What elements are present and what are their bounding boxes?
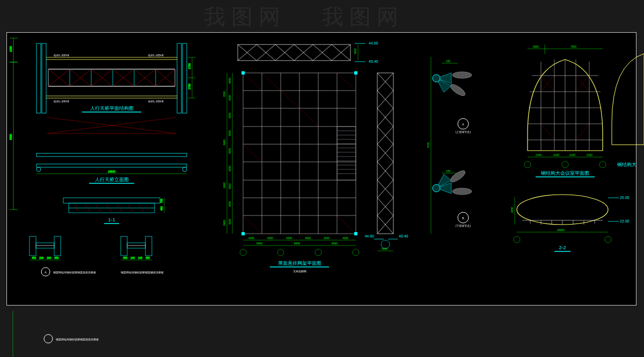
svg-rect-124: [354, 71, 357, 75]
dim-label: 150: [446, 59, 451, 63]
elev-label: 26.00: [620, 196, 630, 199]
dim-label: 8400: [228, 78, 231, 84]
dim-label: 4200: [228, 113, 231, 118]
bridge-section: 750 450 1-1: [63, 198, 164, 224]
dim-label: 6580: [9, 134, 12, 140]
drawing-title: 2-2: [559, 245, 566, 250]
drawing-title: 钢结构大会议室平面图: [540, 170, 589, 176]
dim-label: 2750: [188, 84, 191, 90]
dim-label: 8400: [332, 242, 338, 245]
svg-point-208: [44, 334, 53, 343]
watermark: 我 图 网 我 图 网: [0, 0, 644, 32]
svg-point-132: [353, 249, 359, 256]
svg-rect-8: [177, 43, 181, 113]
dim-label: 450: [32, 256, 36, 259]
dim-label: 8400: [223, 139, 226, 145]
svg-rect-14: [48, 69, 175, 86]
dim-label: 2100: [553, 153, 559, 157]
drawing-title: 人行天桥平面结构图: [90, 106, 134, 111]
dim-label: 4200: [305, 236, 311, 240]
dim-label: 24600: [557, 228, 565, 232]
dim-label: 4200: [228, 219, 231, 225]
member-label: 柱杆L-100×8: [148, 54, 164, 57]
cad-model-space[interactable]: 1000 6580: [7, 33, 636, 305]
drawing-title: 屋面悬挂网架平面图: [278, 261, 321, 266]
conference-plan: 5900 7500 2100 2100 2100 2100 钢结构大会议室平面: [524, 44, 606, 177]
cad-viewport[interactable]: 1000 6580: [6, 32, 636, 306]
svg-line-106: [299, 108, 318, 127]
conference-section: 26.00 22.00 4250 24600 2-2: [510, 195, 630, 251]
svg-line-103: [243, 73, 262, 91]
svg-point-189: [599, 161, 606, 168]
bridge-elevation: 18600 人行天桥立面图: [36, 153, 187, 183]
dim-label: 7500: [570, 45, 576, 48]
dim-label: 2100: [587, 153, 592, 157]
svg-point-165: [449, 169, 466, 184]
dim-label: 1000: [9, 46, 12, 52]
svg-text:我 图 网: 我 图 网: [204, 5, 280, 28]
svg-point-42: [182, 167, 187, 172]
svg-point-131: [315, 249, 321, 256]
dim-label: 450: [160, 206, 163, 211]
svg-rect-63: [121, 236, 127, 256]
elev-label: 40.40: [369, 59, 378, 63]
detail-code: B: [462, 217, 464, 220]
svg-point-129: [240, 249, 246, 256]
svg-point-161: [449, 83, 466, 98]
elev-label: 40.40: [399, 234, 408, 238]
drawing-title: 1-1: [108, 217, 115, 222]
svg-rect-123: [241, 71, 245, 75]
dim-label: 4250: [510, 207, 514, 213]
dim-label: 2050: [223, 91, 226, 97]
roof-top-truss-elevation: 44.60 40.40 4200: [238, 41, 378, 63]
svg-point-204: [514, 236, 520, 243]
dim-label: 8400: [223, 182, 226, 188]
detail-code: A: [462, 123, 464, 126]
svg-point-191: [517, 195, 608, 225]
svg-line-107: [243, 215, 262, 234]
roof-side-truss: 44.60 40.40 4200: [364, 73, 408, 251]
dim-label: 100: [138, 256, 143, 259]
dim-label: 4200: [228, 201, 231, 207]
svg-rect-111: [337, 127, 356, 180]
svg-point-164: [433, 184, 440, 192]
svg-point-159: [433, 75, 440, 82]
dim-label: 450: [145, 256, 150, 259]
detail-note: 钢梁两端与钢柱铰接钢梁底设连接板: [53, 271, 96, 274]
dim-label: 4200: [286, 236, 292, 240]
svg-text:我 图 网: 我 图 网: [322, 5, 398, 28]
svg-rect-58: [54, 236, 61, 256]
svg-rect-126: [354, 232, 357, 235]
dim-label: 450: [123, 256, 128, 259]
dim-label: 4200: [228, 148, 231, 154]
svg-rect-57: [30, 236, 36, 256]
dim-label: 2750: [188, 63, 191, 69]
svg-line-105: [281, 91, 299, 108]
dim-label: 4700: [427, 142, 430, 148]
svg-rect-125: [241, 232, 245, 235]
svg-line-184: [541, 124, 554, 140]
dim-label: 200: [39, 256, 44, 259]
dim-label: 2100: [569, 153, 575, 157]
drawing-subtitle: 天井品牌商: [293, 270, 306, 273]
dim-label: 4200: [354, 48, 357, 54]
svg-line-109: [243, 144, 262, 162]
node-details: 4700 150 A (上弦球节点) 150: [427, 57, 472, 234]
svg-line-110: [337, 73, 356, 91]
member-label: 柱杆L-100×8: [148, 100, 164, 103]
dim-label: 8400: [257, 242, 262, 245]
detail-note: 钢梁两端与钢柱铰接钢梁侧设连接板: [120, 271, 164, 274]
dim-label: 4200: [382, 247, 387, 250]
svg-line-104: [262, 73, 281, 91]
svg-point-205: [605, 236, 611, 243]
member-label: 柱杆L-100×8: [54, 100, 69, 103]
dim-label: 150: [446, 169, 451, 173]
detail-code: A: [45, 271, 47, 274]
svg-line-185: [576, 124, 589, 140]
drawing-title: 人行天桥立面图: [95, 177, 129, 182]
svg-point-41: [36, 167, 41, 172]
left-border-dims: 1000 6580: [9, 38, 18, 210]
svg-rect-68: [238, 44, 350, 61]
svg-rect-45: [63, 198, 160, 203]
svg-rect-9: [182, 43, 187, 113]
